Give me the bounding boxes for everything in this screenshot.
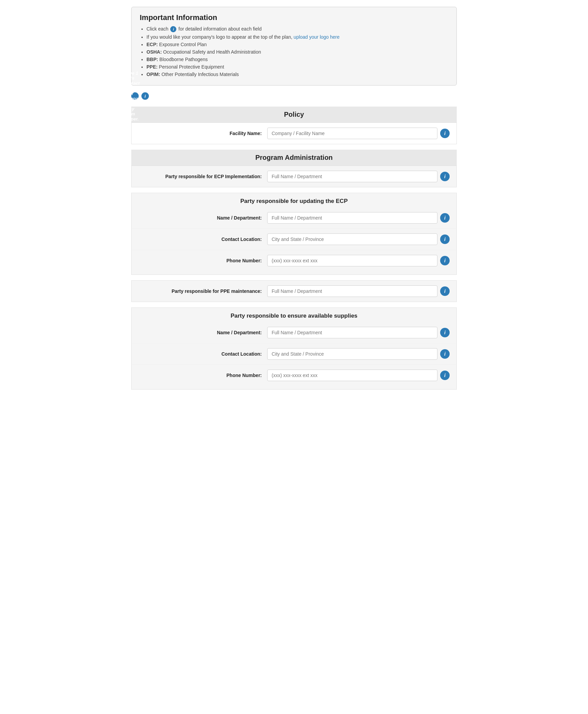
updating-ecp-location-input[interactable]: [267, 233, 437, 245]
available-supplies-location-info-btn[interactable]: i: [440, 349, 450, 359]
ppe-maintenance-input[interactable]: [267, 285, 437, 297]
facility-name-info-btn[interactable]: i: [440, 129, 450, 138]
updating-ecp-phone-input-wrap: i: [267, 255, 450, 266]
easy-form-helper-row: Have 1 main contact person for your comp…: [131, 92, 457, 100]
available-supplies-name-row: Name / Department: i: [132, 322, 456, 343]
info-item-click: Click each i for detailed information ab…: [146, 26, 448, 32]
easy-form-helper-text: Have 1 main contact person for your comp…: [131, 92, 139, 100]
upload-logo-link[interactable]: upload your logo here: [294, 34, 339, 40]
updating-ecp-phone-row: Phone Number: i: [132, 250, 456, 271]
ppe-maintenance-section: Party responsible for PPE maintenance: i: [131, 280, 457, 302]
facility-name-label: Facility Name:: [138, 131, 267, 136]
updating-ecp-phone-info-btn[interactable]: i: [440, 256, 450, 265]
available-supplies-section: Party responsible to ensure available su…: [131, 307, 457, 390]
info-item-ppe: PPE: Personal Protective Equipment: [146, 64, 448, 70]
available-supplies-location-row: Contact Location: i: [132, 343, 456, 364]
updating-ecp-name-row: Name / Department: i: [132, 207, 456, 228]
available-supplies-name-input-wrap: i: [267, 327, 450, 338]
facility-name-input-wrap: i: [267, 128, 450, 139]
available-supplies-name-info-btn[interactable]: i: [440, 328, 450, 337]
program-admin-header: Program Administration: [131, 150, 457, 166]
updating-ecp-section: Party responsible for updating the ECP N…: [131, 193, 457, 275]
ecp-implementation-row: Party responsible for ECP Implementation…: [132, 166, 456, 187]
info-item-logo: If you would like your company's logo to…: [146, 34, 448, 40]
important-info-box: Important Information Click each i for d…: [131, 7, 457, 86]
facility-name-row: Facility Name: i: [132, 123, 456, 144]
available-supplies-location-label: Contact Location:: [138, 351, 267, 357]
updating-ecp-name-label: Name / Department:: [138, 215, 267, 221]
available-supplies-name-input[interactable]: [267, 327, 437, 338]
available-supplies-phone-row: Phone Number: i: [132, 364, 456, 386]
updating-ecp-name-input-wrap: i: [267, 212, 450, 224]
important-info-title: Important Information: [140, 13, 448, 22]
info-item-osha: OSHA: Occupational Safety and Health Adm…: [146, 49, 448, 55]
ecp-implementation-input[interactable]: [267, 171, 437, 182]
ppe-maintenance-info-btn[interactable]: i: [440, 286, 450, 296]
available-supplies-phone-label: Phone Number:: [138, 373, 267, 378]
updating-ecp-location-input-wrap: i: [267, 233, 450, 245]
updating-ecp-name-info-btn[interactable]: i: [440, 213, 450, 223]
ecp-implementation-label: Party responsible for ECP Implementation…: [138, 174, 267, 179]
facility-name-input[interactable]: [267, 128, 437, 139]
available-supplies-phone-input-wrap: i: [267, 370, 450, 381]
ecp-implementation-section: Party responsible for ECP Implementation…: [131, 166, 457, 187]
ppe-maintenance-input-wrap: i: [267, 285, 450, 297]
ppe-maintenance-row: Party responsible for PPE maintenance: i: [132, 281, 456, 302]
updating-ecp-phone-input[interactable]: [267, 255, 437, 266]
inline-info-icon: i: [170, 26, 176, 32]
updating-ecp-phone-label: Phone Number:: [138, 258, 267, 263]
policy-form: Facility Name: i: [131, 123, 457, 144]
available-supplies-location-input[interactable]: [267, 348, 437, 360]
ecp-implementation-info-btn[interactable]: i: [440, 172, 450, 181]
updating-ecp-location-row: Contact Location: i: [132, 228, 456, 250]
easy-form-helper-info-btn[interactable]: i: [141, 92, 149, 100]
available-supplies-location-input-wrap: i: [267, 348, 450, 360]
updating-ecp-name-input[interactable]: [267, 212, 437, 224]
updating-ecp-header: Party responsible for updating the ECP: [132, 193, 456, 207]
info-item-bbp: BBP: Bloodborne Pathogens: [146, 57, 448, 62]
important-info-list: Click each i for detailed information ab…: [140, 26, 448, 77]
program-admin-section: Program Administration Party responsible…: [131, 150, 457, 390]
updating-ecp-location-info-btn[interactable]: i: [440, 234, 450, 244]
available-supplies-phone-input[interactable]: [267, 370, 437, 381]
info-item-opim: OPIM: Other Potentially Infectious Mater…: [146, 72, 448, 77]
policy-header: Policy: [131, 107, 457, 123]
policy-section: Policy Facility Name: i: [131, 107, 457, 144]
updating-ecp-location-label: Contact Location:: [138, 237, 267, 242]
available-supplies-header: Party responsible to ensure available su…: [132, 308, 456, 322]
available-supplies-phone-info-btn[interactable]: i: [440, 371, 450, 380]
info-item-ecp: ECP: Exposure Control Plan: [146, 42, 448, 47]
ppe-maintenance-label: Party responsible for PPE maintenance:: [138, 288, 267, 294]
available-supplies-name-label: Name / Department:: [138, 330, 267, 335]
ecp-implementation-input-wrap: i: [267, 171, 450, 182]
